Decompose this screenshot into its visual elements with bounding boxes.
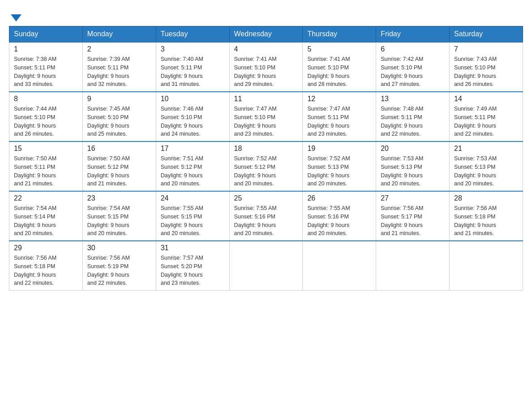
day-info: Sunrise: 7:56 AMSunset: 5:17 PMDaylight:… [381,204,445,238]
day-info: Sunrise: 7:43 AMSunset: 5:10 PMDaylight:… [454,55,518,89]
day-number: 27 [381,194,445,202]
day-info: Sunrise: 7:45 AMSunset: 5:10 PMDaylight:… [87,105,151,138]
calendar-cell: 10Sunrise: 7:46 AMSunset: 5:10 PMDayligh… [156,92,229,141]
calendar-header-saturday: Saturday [450,26,523,43]
day-number: 29 [14,244,78,252]
calendar-header-friday: Friday [376,26,450,43]
calendar-cell: 17Sunrise: 7:51 AMSunset: 5:12 PMDayligh… [156,141,229,191]
calendar-cell: 28Sunrise: 7:56 AMSunset: 5:18 PMDayligh… [450,191,523,241]
day-number: 2 [87,45,151,53]
day-info: Sunrise: 7:52 AMSunset: 5:12 PMDaylight:… [234,154,298,188]
calendar-cell: 29Sunrise: 7:56 AMSunset: 5:18 PMDayligh… [9,241,83,291]
day-number: 22 [14,194,78,202]
calendar-cell: 2Sunrise: 7:39 AMSunset: 5:11 PMDaylight… [82,42,156,92]
day-number: 23 [87,194,151,202]
calendar-header-sunday: Sunday [9,26,83,43]
day-number: 30 [87,244,151,252]
day-info: Sunrise: 7:40 AMSunset: 5:11 PMDaylight:… [161,55,225,89]
day-number: 17 [161,145,225,153]
calendar-cell: 4Sunrise: 7:41 AMSunset: 5:10 PMDaylight… [229,42,303,92]
day-number: 3 [161,45,225,53]
day-info: Sunrise: 7:41 AMSunset: 5:10 PMDaylight:… [234,55,298,89]
calendar-week-row: 22Sunrise: 7:54 AMSunset: 5:14 PMDayligh… [9,191,523,241]
calendar-header-wednesday: Wednesday [229,26,303,43]
day-number: 18 [234,145,298,153]
calendar-table: SundayMondayTuesdayWednesdayThursdayFrid… [9,26,523,291]
day-number: 7 [454,45,518,53]
day-number: 13 [381,95,445,103]
day-info: Sunrise: 7:55 AMSunset: 5:16 PMDaylight:… [234,204,298,238]
calendar-cell: 13Sunrise: 7:48 AMSunset: 5:11 PMDayligh… [376,92,450,141]
day-number: 24 [161,194,225,202]
day-info: Sunrise: 7:56 AMSunset: 5:18 PMDaylight:… [14,254,78,287]
day-number: 26 [307,194,371,202]
calendar-week-row: 15Sunrise: 7:50 AMSunset: 5:11 PMDayligh… [9,141,523,191]
day-info: Sunrise: 7:53 AMSunset: 5:13 PMDaylight:… [454,154,518,188]
calendar-cell: 24Sunrise: 7:55 AMSunset: 5:15 PMDayligh… [156,191,229,241]
day-info: Sunrise: 7:47 AMSunset: 5:11 PMDaylight:… [307,105,371,138]
calendar-cell: 30Sunrise: 7:56 AMSunset: 5:19 PMDayligh… [82,241,156,291]
day-number: 21 [454,145,518,153]
calendar-cell: 8Sunrise: 7:44 AMSunset: 5:10 PMDaylight… [9,92,83,141]
calendar-cell: 15Sunrise: 7:50 AMSunset: 5:11 PMDayligh… [9,141,83,191]
day-number: 5 [307,45,371,53]
day-info: Sunrise: 7:48 AMSunset: 5:11 PMDaylight:… [381,105,445,138]
day-info: Sunrise: 7:47 AMSunset: 5:10 PMDaylight:… [234,105,298,138]
calendar-cell: 11Sunrise: 7:47 AMSunset: 5:10 PMDayligh… [229,92,303,141]
calendar-cell [450,241,523,291]
day-number: 6 [381,45,445,53]
calendar-cell: 31Sunrise: 7:57 AMSunset: 5:20 PMDayligh… [156,241,229,291]
calendar-cell: 7Sunrise: 7:43 AMSunset: 5:10 PMDaylight… [450,42,523,92]
calendar-cell: 18Sunrise: 7:52 AMSunset: 5:12 PMDayligh… [229,141,303,191]
calendar-cell: 3Sunrise: 7:40 AMSunset: 5:11 PMDaylight… [156,42,229,92]
day-number: 15 [14,145,78,153]
calendar-cell [303,241,376,291]
day-number: 25 [234,194,298,202]
day-info: Sunrise: 7:41 AMSunset: 5:10 PMDaylight:… [307,55,371,89]
calendar-cell: 21Sunrise: 7:53 AMSunset: 5:13 PMDayligh… [450,141,523,191]
day-info: Sunrise: 7:55 AMSunset: 5:16 PMDaylight:… [307,204,371,238]
day-number: 4 [234,45,298,53]
calendar-cell: 27Sunrise: 7:56 AMSunset: 5:17 PMDayligh… [376,191,450,241]
calendar-week-row: 8Sunrise: 7:44 AMSunset: 5:10 PMDaylight… [9,92,523,141]
day-number: 9 [87,95,151,103]
day-info: Sunrise: 7:44 AMSunset: 5:10 PMDaylight:… [14,105,78,138]
day-info: Sunrise: 7:42 AMSunset: 5:10 PMDaylight:… [381,55,445,89]
day-info: Sunrise: 7:57 AMSunset: 5:20 PMDaylight:… [161,254,225,287]
calendar-week-row: 1Sunrise: 7:38 AMSunset: 5:11 PMDaylight… [9,42,523,92]
day-number: 12 [307,95,371,103]
day-number: 14 [454,95,518,103]
day-info: Sunrise: 7:53 AMSunset: 5:13 PMDaylight:… [381,154,445,188]
day-number: 19 [307,145,371,153]
day-info: Sunrise: 7:56 AMSunset: 5:18 PMDaylight:… [454,204,518,238]
day-number: 8 [14,95,78,103]
day-number: 1 [14,45,78,53]
calendar-cell: 6Sunrise: 7:42 AMSunset: 5:10 PMDaylight… [376,42,450,92]
calendar-cell: 22Sunrise: 7:54 AMSunset: 5:14 PMDayligh… [9,191,83,241]
day-info: Sunrise: 7:50 AMSunset: 5:12 PMDaylight:… [87,154,151,188]
calendar-cell: 23Sunrise: 7:54 AMSunset: 5:15 PMDayligh… [82,191,156,241]
logo-triangle-icon [11,14,21,21]
calendar-header-tuesday: Tuesday [156,26,229,43]
day-number: 28 [454,194,518,202]
calendar-header-row: SundayMondayTuesdayWednesdayThursdayFrid… [9,26,523,43]
day-info: Sunrise: 7:38 AMSunset: 5:11 PMDaylight:… [14,55,78,89]
day-info: Sunrise: 7:55 AMSunset: 5:15 PMDaylight:… [161,204,225,238]
day-info: Sunrise: 7:50 AMSunset: 5:11 PMDaylight:… [14,154,78,188]
day-info: Sunrise: 7:51 AMSunset: 5:12 PMDaylight:… [161,154,225,188]
calendar-cell: 1Sunrise: 7:38 AMSunset: 5:11 PMDaylight… [9,42,83,92]
page-header [9,9,523,21]
day-info: Sunrise: 7:56 AMSunset: 5:19 PMDaylight:… [87,254,151,287]
day-number: 31 [161,244,225,252]
calendar-cell: 9Sunrise: 7:45 AMSunset: 5:10 PMDaylight… [82,92,156,141]
calendar-cell [229,241,303,291]
day-info: Sunrise: 7:49 AMSunset: 5:11 PMDaylight:… [454,105,518,138]
day-info: Sunrise: 7:54 AMSunset: 5:14 PMDaylight:… [14,204,78,238]
day-number: 20 [381,145,445,153]
day-info: Sunrise: 7:46 AMSunset: 5:10 PMDaylight:… [161,105,225,138]
logo [9,13,21,21]
calendar-cell: 25Sunrise: 7:55 AMSunset: 5:16 PMDayligh… [229,191,303,241]
calendar-cell: 16Sunrise: 7:50 AMSunset: 5:12 PMDayligh… [82,141,156,191]
calendar-cell: 14Sunrise: 7:49 AMSunset: 5:11 PMDayligh… [450,92,523,141]
calendar-cell: 12Sunrise: 7:47 AMSunset: 5:11 PMDayligh… [303,92,376,141]
